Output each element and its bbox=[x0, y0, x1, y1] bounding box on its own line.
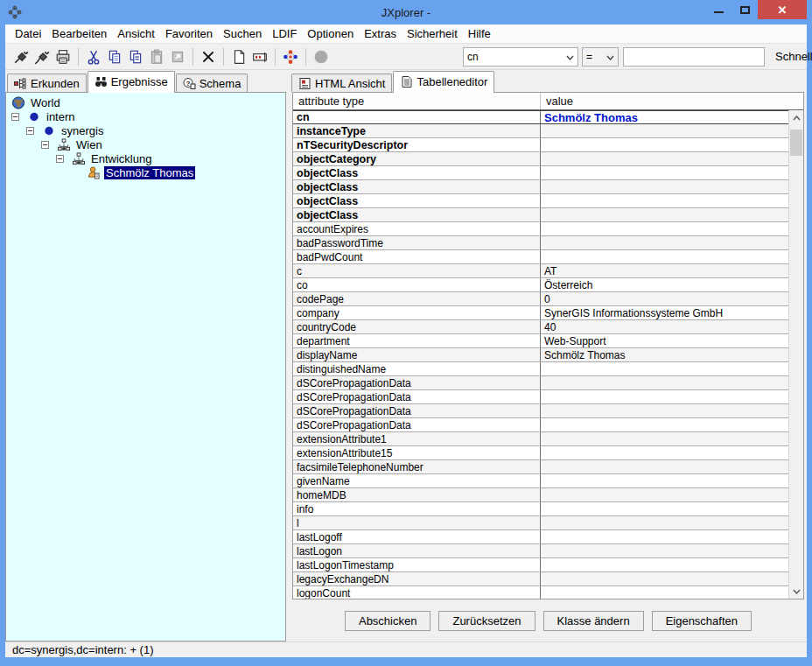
attribute-type-cell[interactable]: extensionAttribute15 bbox=[293, 446, 541, 459]
search-operator-select[interactable]: = bbox=[582, 47, 619, 67]
menu-item-sicherheit[interactable]: Sicherheit bbox=[402, 25, 463, 43]
collapse-toggle-icon[interactable] bbox=[11, 113, 19, 121]
collapse-toggle-icon[interactable] bbox=[56, 155, 64, 163]
attribute-type-cell[interactable]: co bbox=[293, 278, 541, 291]
print-button[interactable] bbox=[52, 46, 74, 67]
attribute-value-cell[interactable] bbox=[541, 544, 788, 557]
copy-dn-button[interactable] bbox=[125, 46, 146, 67]
connect-button[interactable] bbox=[10, 46, 32, 67]
attribute-value-cell[interactable] bbox=[541, 194, 788, 207]
attribute-value-cell[interactable]: Web-Support bbox=[541, 334, 788, 347]
scrollbar-track[interactable] bbox=[789, 125, 803, 584]
attribute-type-cell[interactable]: codePage bbox=[293, 292, 541, 305]
attribute-type-cell[interactable]: homeMDB bbox=[293, 488, 541, 501]
attribute-type-cell[interactable]: l bbox=[293, 516, 541, 529]
tree-node-schmölz-thomas[interactable]: Schmölz Thomas bbox=[10, 165, 285, 179]
tab-schema[interactable]: ?Schema bbox=[176, 74, 248, 92]
zurucksetzen-button[interactable]: Zurücksetzen bbox=[438, 611, 535, 631]
attribute-value-cell[interactable] bbox=[541, 250, 788, 263]
klasse-andern-button[interactable]: Klasse ändern bbox=[543, 611, 644, 631]
attribute-type-cell[interactable]: logonCount bbox=[293, 586, 541, 599]
attribute-type-cell[interactable]: countryCode bbox=[293, 320, 541, 333]
quick-search-input[interactable] bbox=[623, 47, 765, 67]
menu-item-ansicht[interactable]: Ansicht bbox=[112, 25, 160, 43]
menu-item-datei[interactable]: Datei bbox=[10, 25, 46, 43]
maximize-button[interactable] bbox=[732, 0, 758, 19]
attribute-type-cell[interactable]: accountExpires bbox=[293, 222, 541, 235]
tree-node-intern[interactable]: intern bbox=[10, 109, 285, 123]
attribute-type-cell[interactable]: legacyExchangeDN bbox=[293, 572, 541, 585]
attribute-type-cell[interactable]: company bbox=[293, 306, 541, 319]
attribute-type-cell[interactable]: extensionAttribute1 bbox=[293, 432, 541, 445]
directory-tree[interactable]: WorldinternsynergisWienEntwicklungSchmöl… bbox=[5, 92, 286, 641]
attribute-type-cell[interactable]: objectClass bbox=[293, 194, 541, 207]
new-entry-button[interactable] bbox=[228, 46, 249, 67]
delete-button[interactable] bbox=[198, 46, 219, 67]
attribute-type-cell[interactable]: facsimileTelephoneNumber bbox=[293, 460, 541, 473]
attribute-value-cell[interactable] bbox=[541, 152, 788, 165]
attribute-type-cell[interactable]: objectClass bbox=[293, 208, 541, 221]
attribute-value-cell[interactable] bbox=[541, 586, 788, 599]
attribute-type-cell[interactable]: dSCorePropagationData bbox=[293, 390, 541, 403]
attribute-value-cell[interactable] bbox=[541, 516, 788, 529]
attribute-type-cell[interactable]: badPasswordTime bbox=[293, 236, 541, 249]
search-attribute-select[interactable]: cn bbox=[463, 47, 578, 67]
attribute-type-cell[interactable]: instanceType bbox=[293, 124, 541, 137]
attribute-value-cell[interactable] bbox=[541, 166, 788, 179]
attribute-value-cell[interactable] bbox=[541, 376, 788, 389]
attribute-type-cell[interactable]: nTSecurityDescriptor bbox=[293, 138, 541, 151]
attribute-type-cell[interactable]: department bbox=[293, 334, 541, 347]
menu-item-bearbeiten[interactable]: Bearbeiten bbox=[46, 25, 112, 43]
attribute-value-cell[interactable] bbox=[541, 558, 788, 571]
table-scrollbar[interactable] bbox=[788, 110, 803, 599]
attribute-value-cell[interactable] bbox=[541, 446, 788, 459]
attribute-value-cell[interactable] bbox=[541, 460, 788, 473]
menu-item-favoriten[interactable]: Favoriten bbox=[160, 25, 218, 43]
attribute-value-cell[interactable]: 0 bbox=[541, 292, 788, 305]
attribute-value-cell[interactable] bbox=[541, 418, 788, 431]
scrollbar-thumb[interactable] bbox=[790, 130, 802, 156]
close-button[interactable]: ✕ bbox=[758, 0, 807, 19]
attribute-value-cell[interactable] bbox=[541, 432, 788, 445]
attribute-value-cell[interactable] bbox=[541, 390, 788, 403]
attribute-type-cell[interactable]: dSCorePropagationData bbox=[293, 418, 541, 431]
attribute-type-cell[interactable]: lastLogoff bbox=[293, 530, 541, 543]
attribute-value-cell[interactable]: Österreich bbox=[541, 278, 788, 291]
attribute-value-cell[interactable] bbox=[541, 572, 788, 585]
attribute-type-cell[interactable]: dSCorePropagationData bbox=[293, 376, 541, 389]
attribute-value-cell[interactable] bbox=[541, 180, 788, 193]
scroll-down-icon[interactable] bbox=[789, 584, 803, 599]
attribute-type-cell[interactable]: badPwdCount bbox=[293, 250, 541, 263]
eigenschaften-button[interactable]: Eigenschaften bbox=[652, 611, 752, 631]
tab-ergebnisse[interactable]: Ergebnisse bbox=[88, 71, 175, 93]
tab-html-ansicht[interactable]: HTML Ansicht bbox=[291, 74, 392, 92]
attribute-value-cell[interactable] bbox=[541, 208, 788, 221]
attribute-type-cell[interactable]: dSCorePropagationData bbox=[293, 404, 541, 417]
attribute-value-cell[interactable] bbox=[541, 474, 788, 487]
tab-erkunden[interactable]: Erkunden bbox=[7, 74, 87, 92]
attribute-value-cell[interactable]: 40 bbox=[541, 320, 788, 333]
attribute-value-cell[interactable]: AT bbox=[541, 264, 788, 277]
attribute-type-cell[interactable]: lastLogon bbox=[293, 544, 541, 557]
attribute-type-cell[interactable]: objectClass bbox=[293, 180, 541, 193]
abschicken-button[interactable]: Abschicken bbox=[345, 611, 430, 631]
attribute-type-cell[interactable]: objectClass bbox=[293, 166, 541, 179]
attribute-type-cell[interactable]: distinguishedName bbox=[293, 362, 541, 375]
attribute-type-cell[interactable]: givenName bbox=[293, 474, 541, 487]
tree-node-world[interactable]: World bbox=[10, 95, 285, 109]
attribute-type-cell[interactable]: lastLogonTimestamp bbox=[293, 558, 541, 571]
menu-item-hilfe[interactable]: Hilfe bbox=[463, 25, 496, 43]
rename-button[interactable] bbox=[249, 46, 270, 67]
attribute-value-cell[interactable] bbox=[541, 124, 788, 137]
collapse-toggle-icon[interactable] bbox=[41, 141, 49, 149]
tab-tabelleneditor[interactable]: Tabelleneditor bbox=[393, 71, 494, 93]
menu-item-extras[interactable]: Extras bbox=[359, 25, 402, 43]
attribute-value-cell[interactable]: Schmölz Thomas bbox=[541, 111, 788, 123]
attribute-type-cell[interactable]: c bbox=[293, 264, 541, 277]
tree-node-wien[interactable]: Wien bbox=[10, 137, 285, 151]
disconnect-button[interactable] bbox=[32, 46, 52, 67]
menu-item-optionen[interactable]: Optionen bbox=[302, 25, 359, 43]
scroll-up-icon[interactable] bbox=[789, 110, 803, 125]
attribute-type-cell[interactable]: displayName bbox=[293, 348, 541, 361]
attribute-value-cell[interactable] bbox=[541, 222, 788, 235]
